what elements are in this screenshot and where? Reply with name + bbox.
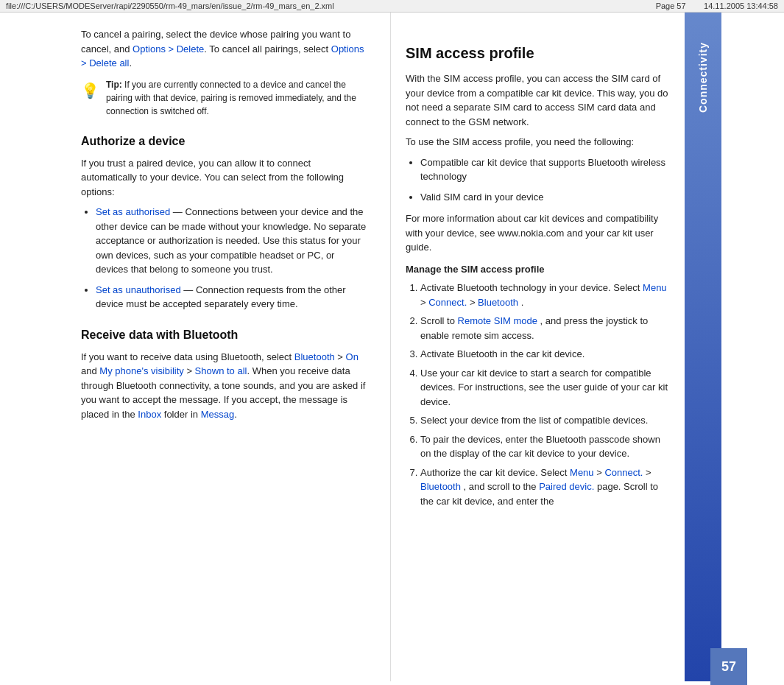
cancel-pairing-intro: To cancel a pairing, select the device w…: [81, 27, 368, 71]
sidebar: Connectivity: [685, 13, 721, 681]
step-1: Activate Bluetooth technology in your de…: [420, 281, 670, 309]
step-5: Select your device from the list of comp…: [420, 413, 670, 428]
tip-label: Tip:: [106, 80, 124, 90]
right-column: SIM access profile With the SIM access p…: [390, 13, 685, 681]
left-column: To cancel a pairing, select the device w…: [0, 13, 390, 681]
step1-menu-link: Menu: [643, 282, 667, 293]
visibility-link: My phone's visibility: [99, 365, 183, 376]
sim-intro: With the SIM access profile, you can acc…: [406, 71, 670, 129]
step-6: To pair the devices, enter the Bluetooth…: [420, 432, 670, 461]
page-label: Page 57: [656, 1, 686, 10]
sim-need: To use the SIM access profile, you need …: [406, 135, 670, 150]
tip-content: If you are currently connected to a devi…: [106, 80, 356, 116]
options-delete-all-link: Options > Delete all: [81, 43, 364, 69]
more-info: For more information about car kit devic…: [406, 211, 670, 255]
page-number: 57: [721, 659, 736, 675]
step1-connect-link: Connect.: [428, 297, 467, 308]
sim-req-1: Compatible car kit device that supports …: [420, 155, 670, 184]
tip-icon: 💡: [81, 78, 99, 102]
sim-requirements-list: Compatible car kit device that supports …: [420, 155, 670, 205]
step-4: Use your car kit device to start a searc…: [420, 366, 670, 410]
authorize-list: Set as authorised — Connections between …: [96, 205, 368, 312]
set-authorised-link: Set as authorised: [96, 206, 170, 217]
sim-req-2: Valid SIM card in your device: [420, 190, 670, 205]
set-unauthorised-link: Set as unauthorised: [96, 284, 181, 295]
step-3: Activate Bluetooth in the car kit device…: [420, 347, 670, 362]
page-number-box: 57: [710, 648, 747, 685]
date-time: 14.11.2005 13:44:58: [704, 1, 778, 10]
step7-paired-link: Paired devic.: [539, 481, 594, 492]
authorize-title: Authorize a device: [81, 133, 368, 150]
steps-list: Activate Bluetooth technology in your de…: [420, 281, 670, 508]
shown-to-all-link: Shown to all: [195, 365, 247, 376]
inbox-link: Inbox: [138, 409, 161, 420]
step-2: Scroll to Remote SIM mode , and press th…: [420, 314, 670, 342]
messag-link: Messag: [201, 409, 235, 420]
step7-connect-link: Connect.: [604, 467, 643, 478]
authorize-list-item-1: Set as authorised — Connections between …: [96, 205, 368, 277]
top-bar: file:///C:/USERS/MODEServer/rapi/2290550…: [0, 0, 784, 13]
file-path: file:///C:/USERS/MODEServer/rapi/2290550…: [6, 1, 334, 10]
step7-bluetooth-link: Bluetooth: [420, 481, 461, 492]
receive-title: Receive data with Bluetooth: [81, 326, 368, 344]
tip-text: Tip: If you are currently connected to a…: [106, 78, 368, 118]
page-info: Page 57 14.11.2005 13:44:58: [656, 1, 778, 10]
authorize-text: If you trust a paired device, you can al…: [81, 156, 368, 200]
options-delete-link: Options > Delete: [133, 43, 204, 55]
on-link: On: [346, 351, 359, 362]
page-container: file:///C:/USERS/MODEServer/rapi/2290550…: [0, 0, 784, 685]
step-7: Authorize the car kit device. Select Men…: [420, 466, 670, 509]
receive-text: If you want to receive data using Blueto…: [81, 350, 368, 422]
manage-title: Manage the SIM access profile: [406, 262, 670, 277]
sidebar-connectivity-label: Connectivity: [697, 42, 709, 113]
tip-box: 💡 Tip: If you are currently connected to…: [81, 78, 368, 118]
authorize-list-item-2: Set as unauthorised — Connection request…: [96, 283, 368, 312]
step1-bluetooth-link: Bluetooth: [478, 297, 518, 308]
bluetooth-link: Bluetooth: [294, 351, 335, 362]
content-area: To cancel a pairing, select the device w…: [0, 13, 784, 681]
sim-title: SIM access profile: [406, 42, 670, 64]
step2-remote-sim-link: Remote SIM mode: [458, 315, 537, 326]
step7-menu-link: Menu: [570, 467, 594, 478]
